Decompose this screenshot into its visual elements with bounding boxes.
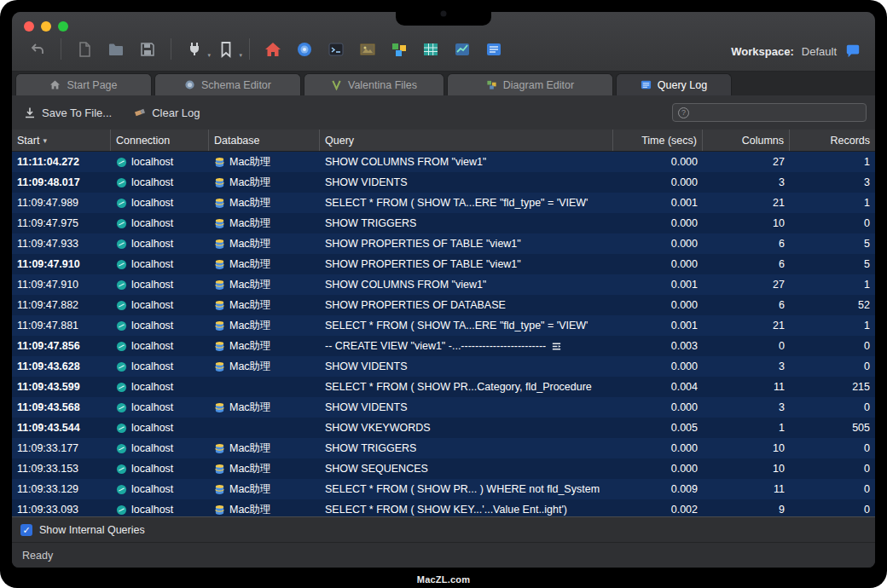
diagram-editor-button[interactable] [389,39,409,60]
column-header-start[interactable]: Start ▾ [12,130,111,151]
new-document-button[interactable] [74,39,95,60]
records-cell: 5 [790,258,875,270]
connection-icon [116,320,127,331]
column-header-records[interactable]: Records [790,130,875,151]
start-time-cell: 11:09:48.017 [12,176,111,188]
database-icon [214,320,225,331]
query-log-row[interactable]: 11:09:43.599 localhost SELECT * FROM ( S… [12,377,875,397]
column-header-columns[interactable]: Columns [703,130,790,151]
minimize-window-button[interactable] [41,21,51,32]
query-log-row[interactable]: 11:09:33.129 localhost Mac助理 SELECT * FR… [12,479,875,499]
zoom-window-button[interactable] [58,21,68,32]
columns-cell: 1 [703,422,790,434]
query-log-row[interactable]: 11:09:43.628 localhost Mac助理 SHOW VIDENT… [12,356,875,377]
time-cell: 0.000 [613,360,703,372]
connect-button[interactable]: ▾ [184,39,205,60]
query-cell: SHOW PROPERTIES OF DATABASE [320,299,613,311]
database-cell: Mac助理 [209,176,320,190]
columns-cell: 11 [703,381,790,393]
columns-cell: 10 [703,217,790,229]
columns-cell: 0 [703,340,790,352]
query-log-row[interactable]: 11:09:33.153 localhost Mac助理 SHOW SEQUEN… [12,458,875,479]
save-button[interactable] [137,39,158,60]
records-cell: 1 [790,279,875,291]
query-log-row[interactable]: 11:09:47.989 localhost Mac助理 SELECT * FR… [12,193,875,213]
start-page-icon [49,79,61,90]
reports-button[interactable] [452,39,472,60]
query-log-row[interactable]: 11:09:43.568 localhost Mac助理 SHOW VIDENT… [12,397,875,418]
feedback-button[interactable] [844,43,861,60]
database-cell: Mac助理 [209,482,320,497]
query-log-row[interactable]: 11:09:47.856 localhost Mac助理 -- CREATE V… [12,336,875,356]
column-header-time[interactable]: Time (secs) [613,130,703,151]
search-input[interactable] [694,106,861,119]
tab-schema-editor[interactable]: Schema Editor [154,73,301,95]
time-cell: 0.000 [613,176,703,188]
start-time-cell: 11:09:43.544 [12,422,111,434]
time-cell: 0.000 [613,401,703,413]
column-header-query[interactable]: Query [320,130,613,151]
data-editor-button[interactable] [420,39,441,60]
search-field[interactable]: ? [672,103,867,122]
query-log-row[interactable]: 11:09:47.933 localhost Mac助理 SHOW PROPER… [12,233,875,254]
undo-button[interactable] [27,39,48,60]
connection-icon [116,198,127,209]
query-log-row[interactable]: 11:09:47.910 localhost Mac助理 SHOW COLUMN… [12,274,875,295]
open-folder-button[interactable] [106,39,126,60]
close-window-button[interactable] [24,21,34,32]
internal-queries-bar: ✓ Show Internal Queries [12,516,875,542]
start-time-cell: 11:09:47.910 [12,279,111,291]
query-log-row[interactable]: 11:09:48.017 localhost Mac助理 SHOW VIDENT… [12,172,875,193]
columns-cell: 27 [703,279,790,291]
start-time-cell: 11:09:47.933 [12,238,111,250]
schema-editor-icon [296,41,313,58]
bookmarks-button[interactable]: ▾ [216,39,236,60]
query-log-row[interactable]: 11:09:33.093 localhost Mac助理 SELECT * FR… [12,499,875,516]
records-cell: 0 [790,463,875,475]
show-internal-queries-label[interactable]: Show Internal Queries [39,524,145,536]
report-lines-icon [485,41,502,58]
start-page-button[interactable] [263,39,283,60]
query-log-row[interactable]: 11:09:33.177 localhost Mac助理 SHOW TRIGGE… [12,438,875,458]
clear-log-button[interactable]: Clear Log [134,107,200,119]
database-cell: Mac助理 [209,339,320,354]
schema-editor-button[interactable] [294,39,315,60]
workspace-value[interactable]: Default [802,45,837,58]
tab-diagram-editor[interactable]: Diagram Editor [447,73,613,95]
query-log-row[interactable]: 11:09:47.881 localhost Mac助理 SELECT * FR… [12,315,875,336]
database-icon [214,402,225,413]
start-time-cell: 11:09:33.177 [12,442,111,454]
sql-console-button[interactable] [326,39,346,60]
query-log-row[interactable]: 11:09:47.975 localhost Mac助理 SHOW TRIGGE… [12,213,875,233]
column-header-connection[interactable]: Connection [111,130,209,151]
connect-plug-icon [186,41,203,58]
time-cell: 0.000 [613,238,703,250]
connection-cell: localhost [111,340,209,352]
query-log-row[interactable]: 11:11:04.272 localhost Mac助理 SHOW COLUMN… [12,152,875,172]
connection-cell: localhost [111,422,209,434]
query-log-button[interactable] [484,39,504,60]
tab-valentina-files[interactable]: Valentina Files [304,73,444,95]
save-to-file-button[interactable]: Save To File... [24,107,112,119]
database-cell: Mac助理 [209,360,320,374]
column-header-database[interactable]: Database [209,130,320,151]
table-header: Start ▾ Connection Database Query Time (… [12,130,875,152]
diagram-image-button[interactable] [357,39,378,60]
database-icon [214,239,225,250]
connection-cell: localhost [111,381,209,393]
search-help-icon: ? [678,107,689,118]
connection-icon [116,484,127,495]
save-icon [139,41,156,58]
formatted-query-icon[interactable] [551,341,562,352]
columns-cell: 6 [703,258,790,270]
show-internal-queries-checkbox[interactable]: ✓ [20,524,32,536]
query-log-row[interactable]: 11:09:47.882 localhost Mac助理 SHOW PROPER… [12,295,875,315]
start-time-cell: 11:11:04.272 [12,156,111,168]
query-log-row[interactable]: 11:09:43.544 localhost SHOW VKEYWORDS 0.… [12,418,875,438]
database-cell: Mac助理 [209,401,320,415]
bookmark-icon [217,41,235,58]
query-log-row[interactable]: 11:09:47.910 localhost Mac助理 SHOW PROPER… [12,254,875,274]
tab-start-page[interactable]: Start Page [15,73,152,95]
tab-query-log[interactable]: Query Log [616,73,732,95]
columns-cell: 3 [703,401,790,413]
